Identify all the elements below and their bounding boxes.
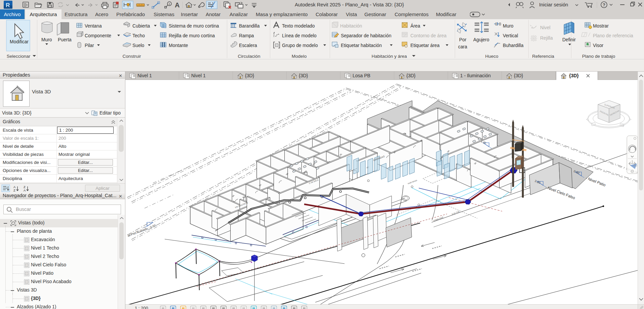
svg-text:Etiquetar área: Etiquetar área <box>410 43 440 48</box>
svg-text:Z: Z <box>13 188 15 192</box>
svg-text:1: 1 <box>169 2 170 6</box>
svg-text:Buhardilla: Buhardilla <box>503 43 524 48</box>
svg-text:Habitación: Habitación <box>340 24 362 29</box>
svg-text:Techo: Techo <box>132 33 145 38</box>
svg-text:Montante: Montante <box>169 43 188 48</box>
svg-text:Separador de habitación: Separador de habitación <box>341 33 391 38</box>
svg-text:Puerta: Puerta <box>58 37 72 42</box>
svg-text:Rejilla: Rejilla <box>540 36 553 41</box>
svg-text:Autodesk Revit 2025 - Plano_Ar: Autodesk Revit 2025 - Plano_Arq - Vista … <box>295 2 404 7</box>
svg-text:Grupo de modelo: Grupo de modelo <box>282 43 318 48</box>
svg-text:Contorno de área: Contorno de área <box>410 33 447 38</box>
svg-text:Definir: Definir <box>562 37 576 42</box>
svg-text:Cubierta: Cubierta <box>132 24 150 29</box>
svg-text:Rejilla de muro cortina: Rejilla de muro cortina <box>169 33 215 38</box>
svg-text:Plano de referencia: Plano de referencia <box>593 33 633 38</box>
svg-text:Línea de modelo: Línea de modelo <box>282 33 317 38</box>
svg-text:Sistema de muro cortina: Sistema de muro cortina <box>169 24 219 29</box>
svg-text:- Nivel Patio: - Nivel Patio <box>585 176 606 187</box>
svg-text:Área: Área <box>410 23 420 29</box>
svg-text:Vertical: Vertical <box>503 33 518 38</box>
svg-text:Escalera: Escalera <box>239 43 257 48</box>
svg-text:A: A <box>24 188 26 192</box>
svg-text:Suelo: Suelo <box>132 43 145 48</box>
svg-text:Rampa: Rampa <box>239 33 254 38</box>
svg-text:Muro: Muro <box>503 24 514 29</box>
svg-text:Pilar: Pilar <box>85 43 94 48</box>
svg-text:R: R <box>6 2 10 8</box>
svg-text:cara: cara <box>458 44 467 49</box>
svg-text:?: ? <box>603 2 605 7</box>
svg-text:Por: Por <box>459 37 467 42</box>
svg-text:HGR WASA: HGR WASA <box>407 179 417 185</box>
svg-text:Visor: Visor <box>593 43 604 48</box>
svg-text:Agujero: Agujero <box>473 37 489 42</box>
svg-text:Ventana: Ventana <box>85 24 102 29</box>
svg-text:Mostrar: Mostrar <box>593 24 609 29</box>
svg-text:Componente: Componente <box>85 33 111 38</box>
svg-text:Muro: Muro <box>41 37 52 42</box>
svg-text:TOMA GGE: TOMA GGE <box>433 216 444 222</box>
svg-text:Barandilla: Barandilla <box>239 24 260 29</box>
svg-text:Nivel: Nivel <box>540 25 551 30</box>
svg-text:A: A <box>175 1 179 9</box>
svg-text:Texto modelado: Texto modelado <box>282 24 315 29</box>
svg-text:Etiquetar habitación: Etiquetar habitación <box>341 43 382 48</box>
svg-text:Iniciar sesión: Iniciar sesión <box>539 2 568 7</box>
svg-text:Modificar: Modificar <box>10 39 29 44</box>
